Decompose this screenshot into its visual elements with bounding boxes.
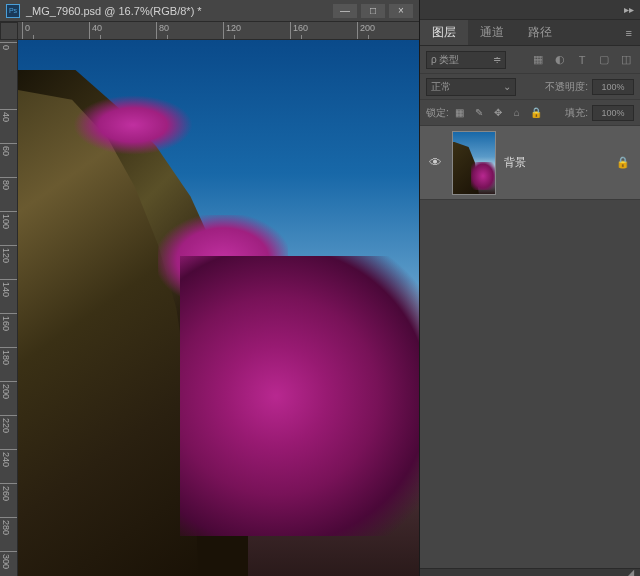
chevron-down-icon: ⌄ — [503, 81, 511, 92]
ruler-tick: 100 — [0, 211, 18, 229]
collapse-icon: ▸▸ — [624, 4, 634, 15]
lock-all-icon[interactable]: 🔒 — [529, 106, 543, 120]
ruler-horizontal[interactable]: 0 40 80 120 160 200 — [18, 22, 419, 40]
opacity-field[interactable]: 100% — [592, 79, 634, 95]
filter-shape-icon[interactable]: ▢ — [596, 52, 612, 68]
close-button[interactable]: × — [389, 4, 413, 18]
ruler-vertical[interactable]: 0 40 60 80 100 120 140 160 180 200 220 2… — [0, 40, 18, 576]
ruler-tick: 0 — [0, 42, 18, 50]
ruler-tick: 220 — [0, 415, 18, 433]
document-title: _MG_7960.psd @ 16.7%(RGB/8*) * — [26, 5, 333, 17]
ruler-tick: 200 — [0, 381, 18, 399]
document-window: Ps _MG_7960.psd @ 16.7%(RGB/8*) * — □ × … — [0, 0, 420, 576]
blend-row: 正常⌄ 不透明度: 100% — [420, 74, 640, 100]
visibility-eye-icon[interactable]: 👁 — [426, 154, 444, 172]
chevron-down-icon: ≑ — [493, 54, 501, 65]
ruler-origin[interactable] — [0, 22, 18, 40]
opacity-label: 不透明度: — [545, 80, 588, 94]
ruler-tick: 80 — [156, 22, 169, 40]
lock-icon: 🔒 — [616, 156, 630, 169]
ruler-tick: 160 — [290, 22, 308, 40]
ruler-tick: 140 — [0, 279, 18, 297]
ruler-tick: 0 — [22, 22, 30, 40]
ruler-tick: 160 — [0, 313, 18, 331]
ruler-tick: 120 — [0, 245, 18, 263]
app-icon: Ps — [6, 4, 20, 18]
tab-paths[interactable]: 路径 — [516, 20, 564, 45]
ruler-tick: 260 — [0, 483, 18, 501]
blend-mode-value: 正常 — [431, 80, 451, 94]
panels-area: ▸▸ 图层 通道 路径 ≡ ρ 类型≑ ▦ ◐ T ▢ ◫ 正常⌄ 不透明度: … — [420, 0, 640, 576]
tab-channels[interactable]: 通道 — [468, 20, 516, 45]
filter-type-icon[interactable]: T — [574, 52, 590, 68]
canvas-area[interactable] — [18, 40, 419, 576]
filter-adjust-icon[interactable]: ◐ — [552, 52, 568, 68]
titlebar[interactable]: Ps _MG_7960.psd @ 16.7%(RGB/8*) * — □ × — [0, 0, 419, 22]
ruler-tick: 280 — [0, 517, 18, 535]
lock-position-icon[interactable]: ✥ — [491, 106, 505, 120]
ruler-tick: 120 — [223, 22, 241, 40]
layer-filter-row: ρ 类型≑ ▦ ◐ T ▢ ◫ — [420, 46, 640, 74]
ruler-tick: 40 — [89, 22, 102, 40]
image-content — [73, 95, 193, 155]
ruler-tick: 80 — [0, 177, 18, 190]
lock-label: 锁定: — [426, 106, 449, 120]
image-content — [180, 256, 419, 536]
ruler-tick: 200 — [357, 22, 375, 40]
layer-name[interactable]: 背景 — [504, 155, 608, 170]
layers-list[interactable]: 👁 背景 🔒 — [420, 126, 640, 568]
lock-transparent-icon[interactable]: ▦ — [453, 106, 467, 120]
panel-collapse-bar[interactable]: ▸▸ — [420, 0, 640, 20]
fill-field[interactable]: 100% — [592, 105, 634, 121]
layer-thumbnail[interactable] — [452, 131, 496, 195]
ruler-tick: 40 — [0, 109, 18, 122]
panel-tabs: 图层 通道 路径 ≡ — [420, 20, 640, 46]
resize-grip-icon: ◢ — [628, 568, 634, 576]
blend-mode-select[interactable]: 正常⌄ — [426, 78, 516, 96]
maximize-button[interactable]: □ — [361, 4, 385, 18]
ruler-tick: 300 — [0, 551, 18, 569]
canvas[interactable] — [18, 40, 419, 576]
filter-kind-label: ρ 类型 — [431, 53, 459, 67]
ruler-tick: 240 — [0, 449, 18, 467]
lock-image-icon[interactable]: ✎ — [472, 106, 486, 120]
image-content — [18, 90, 198, 576]
filter-kind-select[interactable]: ρ 类型≑ — [426, 51, 506, 69]
filter-pixel-icon[interactable]: ▦ — [530, 52, 546, 68]
tab-layers[interactable]: 图层 — [420, 20, 468, 45]
minimize-button[interactable]: — — [333, 4, 357, 18]
lock-artboard-icon[interactable]: ⌂ — [510, 106, 524, 120]
panel-resize-grip[interactable]: ◢ — [420, 568, 640, 576]
ruler-tick: 60 — [0, 143, 18, 156]
filter-smart-icon[interactable]: ◫ — [618, 52, 634, 68]
layer-row[interactable]: 👁 背景 🔒 — [420, 126, 640, 200]
panel-menu-icon[interactable]: ≡ — [618, 20, 640, 45]
fill-label: 填充: — [565, 106, 588, 120]
lock-row: 锁定: ▦ ✎ ✥ ⌂ 🔒 填充: 100% — [420, 100, 640, 126]
ruler-tick: 180 — [0, 347, 18, 365]
